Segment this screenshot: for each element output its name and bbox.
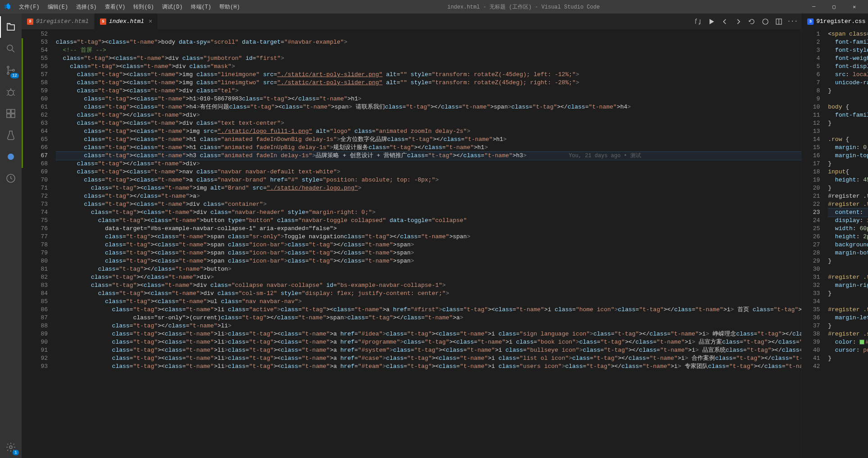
editor-group-right: 3 91register.css × ··· 12345678910111213… xyxy=(802,14,868,458)
css-file-icon: 3 xyxy=(807,18,814,25)
svg-point-4 xyxy=(8,90,14,95)
code-editor-right[interactable]: 1234567891011121314151617181920212223242… xyxy=(802,29,868,458)
debug-icon[interactable] xyxy=(0,81,22,103)
circle-badge-icon xyxy=(8,154,14,160)
window-maximize[interactable]: ▢ xyxy=(824,0,844,14)
vscode-logo-icon xyxy=(4,3,11,10)
next-change-icon[interactable] xyxy=(734,17,743,26)
settings-badge: 1 xyxy=(13,450,19,455)
line-number-gutter: 1234567891011121314151617181920212223242… xyxy=(802,29,828,458)
prev-change-icon[interactable] xyxy=(720,17,729,26)
menu-edit[interactable]: 编辑(E) xyxy=(44,1,72,13)
menubar: 文件(F) 编辑(E) 选择(S) 查看(V) 转到(G) 调试(D) 终端(T… xyxy=(15,1,244,13)
menu-terminal[interactable]: 终端(T) xyxy=(187,1,215,13)
html-file-icon: 5 xyxy=(27,18,33,25)
tab-bar-left: 5 91register.html 5 index.html × ··· xyxy=(22,14,801,29)
bookmark-icon[interactable] xyxy=(0,146,22,168)
explorer-icon[interactable] xyxy=(0,16,22,38)
svg-rect-8 xyxy=(11,109,15,113)
timeline-icon[interactable] xyxy=(0,168,22,189)
editor-group-left: 5 91register.html 5 index.html × ··· xyxy=(22,14,802,458)
svg-rect-5 xyxy=(7,109,10,113)
source-control-icon[interactable]: 12 xyxy=(0,59,22,81)
tab-label: index.html xyxy=(109,18,144,25)
window-controls: ─ ▢ ✕ xyxy=(804,0,864,14)
svg-point-11 xyxy=(763,19,768,24)
menu-help[interactable]: 帮助(H) xyxy=(216,1,244,13)
open-changes-icon[interactable] xyxy=(761,17,770,26)
svg-rect-6 xyxy=(7,114,10,118)
activity-bar: 12 1 xyxy=(0,14,22,458)
code-editor-left[interactable]: 5253545556575859606162636465666768697071… xyxy=(22,29,801,458)
run-icon[interactable] xyxy=(707,17,716,26)
window-close[interactable]: ✕ xyxy=(844,0,864,14)
menu-selection[interactable]: 选择(S) xyxy=(72,1,100,13)
more-actions-icon[interactable]: ··· xyxy=(788,17,797,26)
extensions-icon[interactable] xyxy=(0,103,22,124)
settings-icon[interactable]: 1 xyxy=(0,436,22,458)
tab-91register-css[interactable]: 3 91register.css × xyxy=(802,14,868,29)
svg-point-2 xyxy=(7,73,9,74)
test-icon[interactable] xyxy=(0,124,22,146)
tab-91register-html[interactable]: 5 91register.html xyxy=(22,14,95,29)
svg-rect-7 xyxy=(11,114,15,118)
glyph-margin xyxy=(22,29,30,458)
menu-view[interactable]: 查看(V) xyxy=(101,1,129,13)
close-icon[interactable]: × xyxy=(149,18,152,25)
tab-index-html[interactable]: 5 index.html × xyxy=(95,14,158,29)
tab-bar-right: 3 91register.css × ··· xyxy=(802,14,868,29)
menu-file[interactable]: 文件(F) xyxy=(15,1,43,13)
tab-label: 91register.css xyxy=(816,18,865,25)
line-number-gutter: 5253545556575859606162636465666768697071… xyxy=(30,29,56,458)
code-content-left[interactable]: class="t-tag"><class="t-name">body data-… xyxy=(56,29,801,458)
window-title: index.html - 无标题 (工作区) - Visual Studio C… xyxy=(244,3,804,11)
svg-point-1 xyxy=(7,66,9,68)
svg-point-3 xyxy=(13,69,14,71)
editor-actions-left: ··· xyxy=(693,14,801,29)
menu-goto[interactable]: 转到(G) xyxy=(130,1,158,13)
revert-icon[interactable] xyxy=(747,17,756,26)
scm-badge: 12 xyxy=(10,73,19,78)
svg-point-10 xyxy=(9,446,12,449)
tab-label: 91register.html xyxy=(36,18,89,25)
search-icon[interactable] xyxy=(0,38,22,59)
titlebar: 文件(F) 编辑(E) 选择(S) 查看(V) 转到(G) 调试(D) 终端(T… xyxy=(0,0,868,14)
split-editor-icon[interactable] xyxy=(774,17,783,26)
git-modified-indicator xyxy=(22,38,23,168)
code-content-right[interactable]: <span class="t-sel">@font-facespan> { fo… xyxy=(828,29,868,458)
compare-changes-icon[interactable] xyxy=(693,17,702,26)
window-minimize[interactable]: ─ xyxy=(804,0,824,14)
menu-debug[interactable]: 调试(D) xyxy=(158,1,186,13)
svg-point-0 xyxy=(7,45,13,50)
html-file-icon: 5 xyxy=(100,18,106,25)
